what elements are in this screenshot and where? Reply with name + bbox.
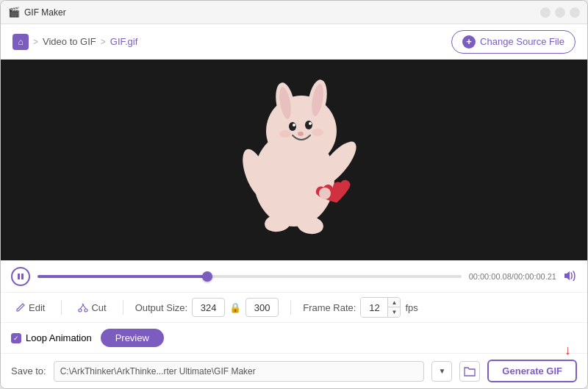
home-icon[interactable]: ⌂ (12, 34, 29, 50)
save-to-label: Save to: (11, 365, 46, 376)
breadcrumb-separator-1: > (33, 37, 38, 47)
edit-row: Edit Cut Output Size: 🔒 (1, 293, 587, 323)
svg-rect-18 (18, 274, 20, 279)
generate-btn-wrap: ↓ Generate GIF (487, 360, 577, 382)
title-bar: 🎬 GIF Maker ─ □ ✕ (1, 1, 587, 24)
svg-point-21 (85, 309, 87, 312)
timeline-thumb[interactable] (202, 271, 212, 282)
play-pause-button[interactable] (11, 267, 30, 286)
character-image (198, 65, 390, 256)
separator-3 (290, 300, 291, 315)
svg-point-17 (312, 129, 323, 136)
path-dropdown-button[interactable]: ▼ (431, 361, 452, 382)
breadcrumb: ⌂ > Video to GIF > GIF.gif (12, 34, 137, 50)
header-bar: ⌂ > Video to GIF > GIF.gif + Change Sour… (1, 24, 587, 60)
svg-point-7 (305, 121, 312, 129)
video-area (1, 60, 587, 260)
main-window: 🎬 GIF Maker ─ □ ✕ ⌂ > Video to GIF > GIF… (0, 0, 588, 389)
svg-point-20 (79, 309, 82, 312)
svg-point-16 (279, 130, 291, 138)
loop-animation-checkbox-wrap[interactable]: ✓ Loop Animation (11, 332, 92, 343)
change-source-button[interactable]: + Change Source File (451, 30, 576, 54)
app-icon: 🎬 (8, 7, 20, 18)
title-bar-controls: ─ □ ✕ (540, 7, 580, 18)
folder-browse-button[interactable] (459, 361, 480, 382)
svg-point-8 (293, 124, 295, 126)
controls-area: 00:00:00.08/00:00:00.21 Edit (1, 260, 587, 388)
svg-point-1 (266, 96, 337, 166)
volume-icon[interactable] (564, 271, 577, 283)
save-path-display: C:\ArkThinker\ArkThinke...rter Ultimate\… (54, 361, 425, 382)
plus-icon: + (462, 35, 476, 49)
app-title: GIF Maker (24, 7, 66, 18)
preview-button[interactable]: Preview (101, 329, 164, 347)
breadcrumb-separator-2: > (101, 37, 106, 47)
svg-point-15 (319, 188, 331, 199)
cut-button[interactable]: Cut (74, 301, 110, 315)
arrow-indicator: ↓ (564, 343, 571, 357)
timeline-track[interactable] (37, 275, 462, 278)
title-bar-left: 🎬 GIF Maker (8, 7, 66, 18)
separator-2 (123, 300, 123, 315)
frame-rate-input-wrap: ▲ ▼ (360, 297, 401, 318)
generate-gif-button[interactable]: Generate GIF (487, 360, 577, 382)
frame-rate-up[interactable]: ▲ (388, 298, 400, 307)
width-input[interactable] (192, 298, 225, 317)
frame-rate-down[interactable]: ▼ (388, 307, 400, 317)
edit-button[interactable]: Edit (11, 301, 49, 315)
frame-rate-group: Frame Rate: ▲ ▼ fps (303, 297, 418, 318)
loop-row: ✓ Loop Animation Preview (1, 323, 587, 354)
svg-rect-19 (21, 274, 24, 279)
svg-point-9 (309, 122, 312, 125)
frame-rate-arrows: ▲ ▼ (387, 298, 400, 317)
output-size-group: Output Size: 🔒 (135, 298, 279, 317)
height-input[interactable] (245, 298, 279, 317)
maximize-button[interactable]: □ (555, 7, 565, 18)
save-row: Save to: C:\ArkThinker\ArkThinke...rter … (1, 354, 587, 388)
close-button[interactable]: ✕ (570, 7, 580, 18)
svg-point-6 (289, 122, 296, 131)
loop-animation-checkbox[interactable]: ✓ (11, 333, 21, 343)
breadcrumb-video-to-gif[interactable]: Video to GIF (43, 36, 96, 47)
svg-point-10 (298, 132, 304, 136)
lock-icon[interactable]: 🔒 (229, 302, 241, 313)
breadcrumb-gif-file: GIF.gif (110, 36, 138, 47)
video-content (1, 60, 587, 260)
timeline-fill (37, 275, 207, 278)
minimize-button[interactable]: ─ (540, 7, 551, 18)
separator-1 (61, 300, 62, 315)
timeline-row: 00:00:00.08/00:00:00.21 (1, 261, 587, 293)
frame-rate-input[interactable] (361, 298, 387, 317)
time-display: 00:00:00.08/00:00:00.21 (469, 272, 556, 281)
